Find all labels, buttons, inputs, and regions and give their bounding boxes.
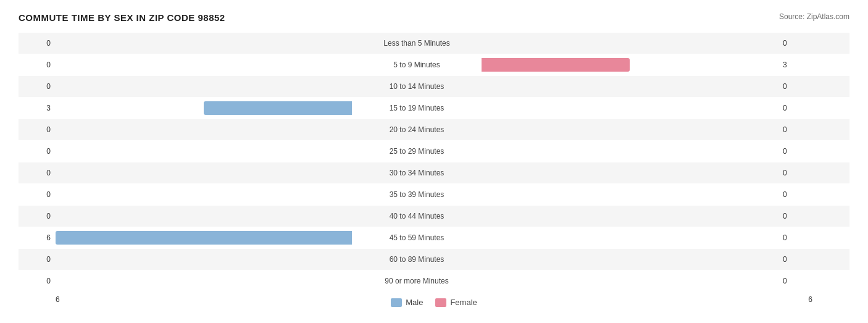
table-row: 040 to 44 Minutes0: [19, 206, 849, 227]
female-value: 0: [778, 82, 815, 91]
row-label: 25 to 29 Minutes: [352, 147, 482, 156]
table-row: 645 to 59 Minutes0: [19, 227, 849, 248]
male-value: 0: [19, 147, 56, 156]
male-bar-container: [56, 123, 352, 136]
row-label: 90 or more Minutes: [352, 277, 482, 285]
male-value: 0: [19, 190, 56, 199]
table-row: 025 to 29 Minutes0: [19, 141, 849, 162]
row-label: Less than 5 Minutes: [352, 39, 482, 48]
table-row: 090 or more Minutes0: [19, 271, 849, 292]
male-bar-container: [56, 36, 352, 50]
male-bar-container: [56, 145, 352, 158]
table-row: 315 to 19 Minutes0: [19, 98, 849, 119]
male-value: 3: [19, 104, 56, 112]
female-bar-container: [482, 274, 778, 288]
female-bar-container: [482, 36, 778, 50]
legend: Male Female: [391, 298, 477, 307]
row-label: 45 to 59 Minutes: [352, 233, 482, 242]
table-row: 060 to 89 Minutes0: [19, 249, 849, 270]
table-row: 030 to 34 Minutes0: [19, 162, 849, 183]
male-value: 0: [19, 255, 56, 264]
row-label: 5 to 9 Minutes: [352, 61, 482, 69]
male-bar-container: [56, 80, 352, 93]
male-value: 6: [19, 233, 56, 242]
chart-title: COMMUTE TIME BY SEX IN ZIP CODE 98852: [19, 12, 225, 23]
female-bar-container: [482, 231, 778, 245]
table-row: 05 to 9 Minutes3: [19, 54, 849, 75]
female-value: 0: [778, 147, 815, 156]
female-bar-container: [482, 123, 778, 136]
female-bar-container: [482, 188, 778, 201]
female-value: 0: [778, 169, 815, 177]
male-swatch: [391, 298, 402, 307]
footer-left-value: 6: [19, 295, 60, 304]
row-label: 10 to 14 Minutes: [352, 82, 482, 91]
female-value: 0: [778, 212, 815, 220]
male-bar-container: [56, 231, 352, 245]
male-bar-container: [56, 166, 352, 180]
female-bar-container: [482, 101, 778, 115]
male-value: 0: [19, 39, 56, 48]
male-bar-container: [56, 58, 352, 72]
row-label: 35 to 39 Minutes: [352, 190, 482, 199]
row-label: 30 to 34 Minutes: [352, 169, 482, 177]
table-row: 035 to 39 Minutes0: [19, 184, 849, 205]
male-value: 0: [19, 169, 56, 177]
male-bar-container: [56, 209, 352, 223]
table-row: 0Less than 5 Minutes0: [19, 33, 849, 54]
footer-right-value: 6: [808, 295, 849, 304]
female-value: 0: [778, 277, 815, 285]
female-value: 3: [778, 61, 815, 69]
male-bar-container: [56, 253, 352, 266]
female-bar-container: [482, 166, 778, 180]
female-value: 0: [778, 233, 815, 242]
female-value: 0: [778, 104, 815, 112]
male-value: 0: [19, 61, 56, 69]
chart-area: 0Less than 5 Minutes005 to 9 Minutes3010…: [19, 33, 849, 292]
table-row: 020 to 24 Minutes0: [19, 119, 849, 140]
female-value: 0: [778, 125, 815, 134]
legend-male: Male: [391, 298, 423, 307]
female-bar-container: [482, 80, 778, 93]
male-value: 0: [19, 277, 56, 285]
female-value: 0: [778, 255, 815, 264]
male-value: 0: [19, 82, 56, 91]
female-bar-container: [482, 145, 778, 158]
female-label: Female: [450, 298, 477, 307]
female-bar-container: [482, 209, 778, 223]
female-bar-container: [482, 253, 778, 266]
female-bar: [482, 58, 630, 72]
male-bar-container: [56, 274, 352, 288]
row-label: 20 to 24 Minutes: [352, 125, 482, 134]
row-label: 15 to 19 Minutes: [352, 104, 482, 112]
male-value: 0: [19, 125, 56, 134]
female-value: 0: [778, 190, 815, 199]
male-bar: [56, 231, 352, 245]
chart-footer: 6 Male Female 6: [19, 295, 849, 307]
legend-female: Female: [435, 298, 477, 307]
female-swatch: [435, 298, 446, 307]
male-bar-container: [56, 101, 352, 115]
male-bar-container: [56, 188, 352, 201]
male-bar: [204, 101, 352, 115]
table-row: 010 to 14 Minutes0: [19, 76, 849, 97]
male-label: Male: [406, 298, 423, 307]
row-label: 60 to 89 Minutes: [352, 255, 482, 264]
row-label: 40 to 44 Minutes: [352, 212, 482, 220]
female-bar-container: [482, 58, 778, 72]
male-value: 0: [19, 212, 56, 220]
source-label: Source: ZipAtlas.com: [779, 12, 849, 21]
female-value: 0: [778, 39, 815, 48]
